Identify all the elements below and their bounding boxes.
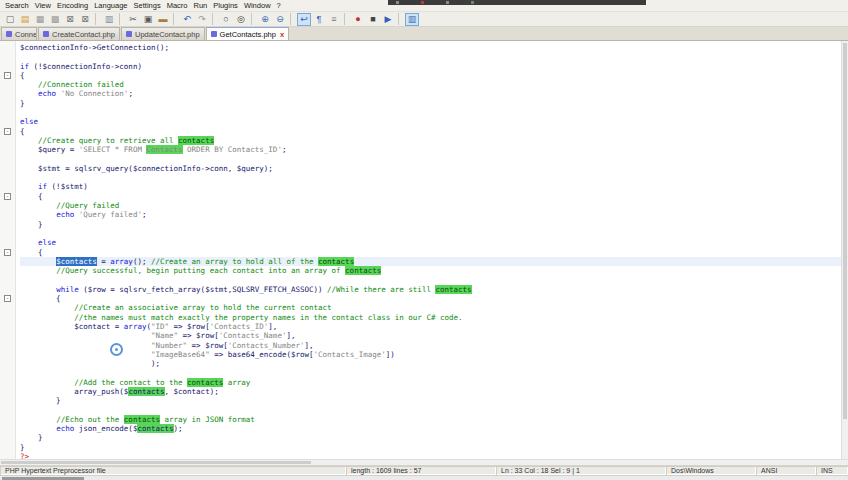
code-token: if	[38, 182, 47, 191]
code-token: array	[124, 322, 147, 331]
toolbar-separator	[251, 13, 255, 25]
code-token: {	[20, 71, 25, 80]
code-token: {	[20, 294, 61, 303]
code-token: }	[20, 99, 25, 108]
code-token: //Create an array to hold all of the	[151, 257, 318, 266]
code-token: ;	[142, 210, 147, 219]
code-line	[20, 108, 848, 117]
code-line: if (!$connectionInfo->conn)	[20, 62, 848, 71]
menu-window[interactable]: Window	[241, 1, 274, 10]
taskbar-fragment	[0, 475, 848, 480]
toolbar-separator	[398, 13, 402, 25]
code-line: }	[20, 443, 848, 452]
fold-collapse-icon[interactable]: -	[4, 128, 11, 135]
cut-icon[interactable]: ✂	[126, 13, 140, 26]
tab-createcontact-php[interactable]: CreateContact.php	[38, 27, 120, 40]
fold-collapse-icon[interactable]: -	[4, 295, 11, 302]
code-token: $query =	[20, 145, 79, 154]
code-token: }	[20, 220, 43, 229]
menu-plugins[interactable]: Plugins	[210, 1, 241, 10]
print-icon[interactable]: ▥	[102, 13, 116, 26]
fold-collapse-icon[interactable]: -	[4, 249, 11, 256]
menu-run[interactable]: Run	[191, 1, 211, 10]
menu-macro[interactable]: Macro	[164, 1, 191, 10]
tab-updatecontact-php[interactable]: UpdateContact.php	[121, 27, 205, 40]
play-macro-icon[interactable]: ▶	[381, 13, 395, 26]
horizontal-scrollbar[interactable]	[0, 459, 848, 465]
show-all-chars-icon[interactable]: ¶	[312, 13, 326, 26]
code-line	[20, 275, 848, 284]
code-token	[20, 182, 38, 191]
menu-language[interactable]: Language	[91, 1, 130, 10]
highlighted-token: contacts	[137, 424, 173, 433]
code-token: ])	[386, 350, 395, 359]
tab-label: Connection.php	[15, 30, 37, 39]
menu-view[interactable]: View	[32, 1, 54, 10]
code-line: else	[20, 117, 848, 126]
status-bar: PHP Hypertext Preprocessor file length :…	[0, 465, 848, 475]
toolbar-separator	[173, 13, 177, 25]
zoom-out-icon[interactable]: ⊖	[273, 13, 287, 26]
fold-collapse-icon[interactable]: -	[4, 72, 11, 79]
copy-icon[interactable]: ▣	[141, 13, 155, 26]
open-file-icon[interactable]: ▤	[18, 13, 32, 26]
save-file-icon[interactable]: ▦	[33, 13, 47, 26]
tab-label: CreateContact.php	[52, 30, 115, 39]
word-wrap-icon[interactable]: ↩	[297, 13, 311, 26]
code-line: }	[20, 433, 848, 442]
scrollbar-thumb[interactable]	[1, 461, 311, 464]
code-token	[20, 341, 151, 350]
indent-guides-icon[interactable]: ≡	[327, 13, 341, 26]
scrollbar-thumb[interactable]	[843, 43, 847, 419]
vertical-scrollbar[interactable]	[841, 41, 848, 459]
toolbar-separator	[290, 13, 294, 25]
save-all-icon[interactable]: ▩	[48, 13, 62, 26]
close-tab-icon[interactable]: x	[280, 30, 284, 39]
code-token: ],	[268, 322, 277, 331]
code-token: {	[20, 192, 43, 201]
code-token: (!$connectionInfo->conn)	[29, 62, 142, 71]
paste-icon[interactable]: ▬	[156, 13, 170, 26]
menu-encoding[interactable]: Encoding	[54, 1, 91, 10]
code-token: =	[97, 257, 111, 266]
toolbar-separator	[212, 13, 216, 25]
find-icon[interactable]: ○	[219, 13, 233, 26]
code-token: //Query successful, begin putting each c…	[56, 266, 345, 275]
tab-label: UpdateContact.php	[135, 30, 200, 39]
record-macro-icon[interactable]: ●	[351, 13, 365, 26]
menu-help[interactable]: ?	[274, 1, 284, 10]
close-all-icon[interactable]: ⊠	[78, 13, 92, 26]
code-token	[20, 89, 38, 98]
undo-icon[interactable]: ↶	[180, 13, 194, 26]
code-token: echo	[38, 89, 56, 98]
code-token: while	[56, 285, 79, 294]
fold-collapse-icon[interactable]: -	[4, 193, 11, 200]
code-line: }	[20, 99, 848, 108]
code-line: ?>	[20, 452, 848, 459]
code-area[interactable]: $connectionInfo->GetConnection();if (!$c…	[16, 41, 848, 459]
code-line: }	[20, 396, 848, 405]
tab-getcontacts-php[interactable]: GetContacts.phpx	[206, 27, 289, 40]
close-file-icon[interactable]: ⊠	[63, 13, 77, 26]
code-token	[20, 210, 56, 219]
code-line: echo 'Query failed';	[20, 210, 848, 219]
code-token: //While there are still	[327, 285, 435, 294]
new-file-icon[interactable]: ▢	[3, 13, 17, 26]
code-line: else	[20, 238, 848, 247]
status-encoding[interactable]: ANSI	[756, 466, 816, 475]
status-eol-format[interactable]: Dos\Windows	[666, 466, 756, 475]
code-token	[20, 303, 74, 312]
code-token: //Connection failed	[38, 80, 124, 89]
menu-settings[interactable]: Settings	[131, 1, 164, 10]
replace-icon[interactable]: ◎	[234, 13, 248, 26]
code-token: ?>	[20, 452, 29, 459]
menu-search[interactable]: Search	[2, 1, 32, 10]
code-token: array	[223, 378, 250, 387]
zoom-in-icon[interactable]: ⊕	[258, 13, 272, 26]
redo-icon[interactable]: ↷	[195, 13, 209, 26]
tab-connection-php[interactable]: Connection.php	[1, 27, 37, 40]
stop-macro-icon[interactable]: ■	[366, 13, 380, 26]
highlighted-token: contacts	[124, 415, 160, 424]
status-typing-mode[interactable]: INS	[816, 466, 848, 475]
document-map-icon[interactable]: ▥	[405, 13, 419, 26]
